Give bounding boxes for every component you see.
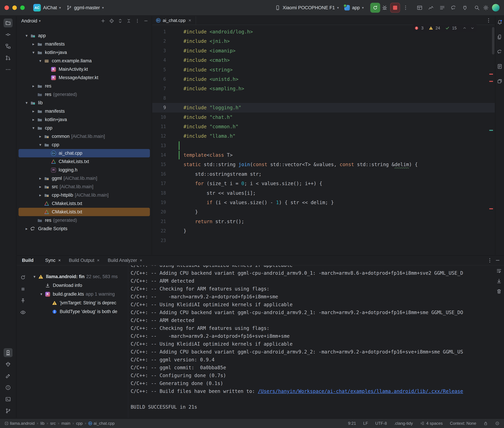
stop-square-button[interactable] — [19, 285, 27, 293]
code-line-12[interactable]: 12#include "llama.h" — [152, 131, 495, 141]
tree-item-gradle-scripts[interactable]: ▸Gradle Scripts — [18, 224, 150, 233]
gradle-button[interactable] — [495, 48, 504, 56]
terminal-button[interactable] — [4, 395, 13, 404]
prev-problem-button[interactable] — [461, 25, 468, 31]
build-tree-item-download-info[interactable]: Download info — [29, 281, 128, 290]
passed-count[interactable]: 15 — [452, 26, 457, 31]
code-line-17[interactable]: 17 for (size_t i = 0; i < values.size();… — [152, 179, 495, 188]
layout-inspector-button[interactable] — [415, 3, 424, 12]
chevron-down-icon[interactable]: ▾ — [31, 274, 38, 279]
gutter[interactable] — [166, 217, 183, 226]
status-caret-position[interactable]: 9:21 — [348, 421, 356, 426]
close-icon[interactable] — [188, 18, 192, 22]
softwrap-button[interactable] — [495, 267, 503, 275]
tree-item-cpp[interactable]: ▾cpp — [18, 141, 150, 149]
logcat-button[interactable] — [495, 62, 504, 71]
more-run-actions-button[interactable] — [401, 3, 410, 12]
tree-item-res[interactable]: res(generated) — [18, 90, 150, 99]
build-tree-item-build-gradle-kts[interactable]: ▾Kbuild.gradle.ktsapp 1 warning — [29, 290, 128, 298]
error-stripe-mark[interactable] — [489, 74, 493, 75]
gutter[interactable] — [166, 113, 183, 122]
target-button[interactable] — [108, 17, 116, 25]
tree-item-lib[interactable]: ▾lib — [18, 99, 150, 107]
chevron-right-icon[interactable]: ▸ — [30, 84, 37, 88]
tab-sync[interactable]: Sync — [42, 255, 65, 265]
error-stripe-mark[interactable] — [489, 81, 493, 82]
code-line-22[interactable]: 22} — [152, 226, 495, 236]
tree-item-cmakelists-txt[interactable]: CMakeLists.txt — [18, 157, 150, 166]
status-indent-config[interactable]: 4 spaces — [420, 421, 443, 426]
bell-button[interactable] — [495, 18, 504, 26]
code-line-23[interactable]: 23 — [152, 236, 495, 245]
scrolldown-button[interactable] — [495, 277, 503, 285]
minus-button[interactable] — [142, 17, 150, 25]
tree-item-app[interactable]: ▾app — [18, 32, 150, 40]
hide-build-window-button[interactable] — [494, 256, 502, 264]
tree-item-cmakelists-txt[interactable]: CMakeLists.txt — [18, 199, 150, 208]
code-line-18[interactable]: 18 str << values[i]; — [152, 188, 495, 198]
build-hammer-button[interactable] — [4, 371, 13, 380]
branch-selector[interactable]: ggml-master ▾ — [64, 2, 106, 13]
editor-options-button[interactable] — [484, 16, 493, 25]
error-stripe-mark[interactable] — [489, 208, 493, 209]
debug-button[interactable] — [380, 3, 389, 12]
breadcrumb-cpp[interactable]: cpp — [76, 421, 83, 426]
status-encoding[interactable]: UTF-8 — [375, 421, 387, 426]
build-tree-item-jvmtarget-string-is-deprec[interactable]: 'jvmTarget: String' is deprec — [29, 298, 128, 307]
editor-scrollbar[interactable] — [492, 27, 494, 54]
console-path-link[interactable]: /Users/hanyin/Workspace/ai-chat/examples… — [258, 388, 463, 394]
close-icon[interactable] — [139, 258, 143, 262]
gutter[interactable] — [166, 198, 183, 207]
gutter[interactable] — [166, 56, 183, 65]
gutter[interactable] — [166, 84, 183, 93]
chevron-down-icon[interactable]: ▾ — [30, 50, 37, 55]
more-button[interactable] — [4, 65, 13, 74]
tree-item-manifests[interactable]: ▸manifests — [18, 107, 150, 115]
structure-button[interactable] — [4, 42, 13, 51]
code-line-6[interactable]: 6#include <unistd.h> — [152, 74, 495, 84]
chevron-right-icon[interactable]: ▸ — [37, 134, 43, 139]
next-problem-button[interactable] — [469, 25, 476, 31]
plus-button[interactable] — [99, 17, 107, 25]
gutter[interactable] — [166, 46, 183, 56]
gutter[interactable] — [166, 226, 183, 236]
gutter[interactable] — [166, 122, 183, 131]
tree-item-ggml[interactable]: ▸ggml[AiChat.lib.main] — [18, 174, 150, 182]
tree-item-common[interactable]: ▸common[AiChat.lib.main] — [18, 132, 150, 141]
tree-item-cpp[interactable]: ▾cpp — [18, 124, 150, 132]
build-tree-item-buildtype-debug-is-both-de[interactable]: BuildType 'debug' is both de — [29, 307, 128, 316]
code-line-8[interactable]: 8 — [152, 93, 495, 103]
status-line-ending[interactable]: LF — [363, 421, 368, 426]
chevron-down-icon[interactable]: ▾ — [23, 33, 30, 38]
gutter[interactable] — [166, 207, 183, 217]
change-stripe-mark[interactable] — [489, 130, 493, 131]
plugins-button[interactable] — [461, 3, 469, 12]
code-area[interactable]: 1#include <android/log.h>2#include <jni.… — [152, 25, 495, 255]
tree-item-kotlin-java[interactable]: ▸kotlin+java — [18, 115, 150, 124]
variants-button[interactable] — [438, 3, 447, 12]
build-options-button[interactable] — [486, 256, 494, 264]
tree-item-cpp-httplib[interactable]: ▸cpp-httplib[AiChat.lib.main] — [18, 191, 150, 199]
chevron-right-icon[interactable]: ▸ — [37, 184, 43, 189]
breadcrumb-llama-android[interactable]: llama.android — [4, 421, 35, 426]
project-button[interactable] — [4, 18, 13, 27]
zoom-window-button[interactable] — [20, 6, 25, 10]
build-tree-item-llama-android-fin[interactable]: ▾llama.android: fin22 sec, 583 ms — [29, 272, 128, 281]
minimize-window-button[interactable] — [12, 6, 17, 10]
breadcrumb-src[interactable]: src — [50, 421, 56, 426]
gutter[interactable] — [166, 27, 183, 36]
tree-item-ai-chat-cpp[interactable]: C+ai_chat.cpp — [18, 149, 150, 157]
tree-item-com-example-llama[interactable]: ▾com.example.llama — [18, 57, 150, 65]
project-view-selector[interactable]: Android — [21, 18, 37, 24]
warning-count[interactable]: 24 — [436, 26, 440, 31]
gutter[interactable] — [166, 169, 183, 179]
chevron-down-icon[interactable]: ▾ — [37, 58, 43, 63]
avatar[interactable] — [492, 4, 500, 11]
code-line-19[interactable]: 19 if (i < values.size() - 1) { str << d… — [152, 198, 495, 207]
chevron-right-icon[interactable]: ▸ — [30, 117, 37, 122]
breadcrumb-ai-chat-cpp[interactable]: C+ai_chat.cpp — [88, 421, 115, 426]
tree-item-res[interactable]: res(generated) — [18, 216, 150, 224]
code-line-13[interactable]: 13 — [152, 141, 495, 150]
code-line-21[interactable]: 21 return str.str(); — [152, 217, 495, 226]
code-line-16[interactable]: 16 std::ostringstream str; — [152, 169, 495, 179]
